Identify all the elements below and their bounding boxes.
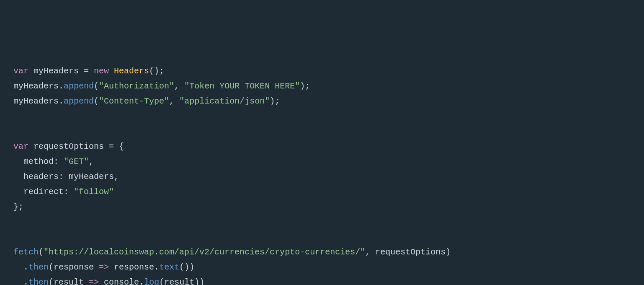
string: "Authorization" [99, 81, 174, 91]
function-fetch: fetch [13, 247, 39, 257]
dot: . [59, 81, 64, 91]
paren-close: ); [300, 81, 310, 91]
method-append: append [64, 96, 94, 106]
paren-open: ( [94, 96, 99, 106]
string: "Token YOUR_TOKEN_HERE" [184, 81, 300, 91]
dot: . [23, 277, 28, 285]
indent [13, 172, 23, 181]
method-then: then [28, 262, 49, 272]
method-log: log [144, 277, 159, 285]
identifier: result [164, 277, 194, 285]
method-then: then [28, 277, 49, 285]
brace-open: { [119, 142, 124, 151]
code-line-7: headers: myHeaders, [13, 169, 631, 184]
blank-line [13, 230, 631, 245]
blank-line [13, 215, 631, 230]
paren-close: ) [446, 247, 451, 257]
paren-open: ( [159, 277, 164, 285]
colon: : [54, 157, 64, 166]
comma: , [365, 247, 375, 257]
brace-close: }; [13, 202, 23, 212]
parens: () [179, 262, 189, 272]
code-line-11: fetch("https://localcoinswap.com/api/v2/… [13, 245, 631, 260]
string: "follow" [74, 187, 114, 197]
keyword-var: var [13, 66, 28, 76]
code-line-6: method: "GET", [13, 154, 631, 169]
paren-open: ( [39, 247, 44, 257]
keyword-var: var [13, 142, 28, 151]
paren-open: ( [49, 262, 54, 272]
indent [13, 187, 23, 197]
string-url: "https://localcoinswap.com/api/v2/curren… [44, 247, 365, 257]
dot: . [139, 277, 144, 285]
paren-close: ) [189, 262, 194, 272]
colon: : [64, 187, 74, 197]
indent [13, 277, 23, 285]
code-line-13: .then(result => console.log(result)) [13, 275, 631, 285]
comma: , [174, 81, 184, 91]
dot: . [59, 96, 64, 106]
arrow-fn: => [94, 262, 114, 272]
method-append: append [64, 81, 94, 91]
blank-line [13, 124, 631, 139]
paren-close: ) [194, 277, 199, 285]
indent [13, 262, 23, 272]
dot: . [23, 262, 28, 272]
identifier: response [114, 262, 154, 272]
punctuation: (); [149, 66, 164, 76]
object-key: redirect [23, 187, 64, 197]
operator-eq: = [84, 66, 94, 76]
paren-close: ); [270, 96, 280, 106]
identifier-console: console [104, 277, 139, 285]
indent [13, 157, 23, 166]
object-key: headers [23, 172, 59, 181]
code-line-9: }; [13, 200, 631, 215]
space [109, 66, 114, 76]
colon: : [59, 172, 69, 181]
keyword-new: new [94, 66, 109, 76]
dot: . [154, 262, 159, 272]
code-line-8: redirect: "follow" [13, 184, 631, 200]
paren-open: ( [49, 277, 54, 285]
blank-line [13, 109, 631, 124]
code-line-2: myHeaders.append("Authorization", "Token… [13, 79, 631, 94]
identifier: myHeaders [13, 96, 59, 106]
identifier: myHeaders [13, 81, 59, 91]
comma: , [89, 157, 94, 166]
code-line-1: var myHeaders = new Headers(); [13, 64, 631, 79]
param-response: response [54, 262, 94, 272]
code-line-12: .then(response => response.text()) [13, 260, 631, 275]
paren-open: ( [94, 81, 99, 91]
paren-close: ) [199, 277, 204, 285]
code-line-5: var requestOptions = { [13, 139, 631, 154]
identifier: myHeaders [28, 66, 84, 76]
operator-eq: = [109, 142, 119, 151]
constructor-headers: Headers [114, 66, 149, 76]
string: "application/json" [179, 96, 270, 106]
code-block[interactable]: var myHeaders = new Headers();myHeaders.… [13, 64, 631, 285]
arrow-fn: => [84, 277, 104, 285]
identifier: requestOptions [375, 247, 446, 257]
comma: , [169, 96, 179, 106]
string: "GET" [64, 157, 89, 166]
comma: , [114, 172, 119, 181]
param-result: result [54, 277, 84, 285]
identifier: requestOptions [28, 142, 109, 151]
code-line-3: myHeaders.append("Content-Type", "applic… [13, 94, 631, 109]
string: "Content-Type" [99, 96, 169, 106]
method-text: text [159, 262, 179, 272]
object-key: method [23, 157, 54, 166]
identifier: myHeaders [69, 172, 114, 181]
